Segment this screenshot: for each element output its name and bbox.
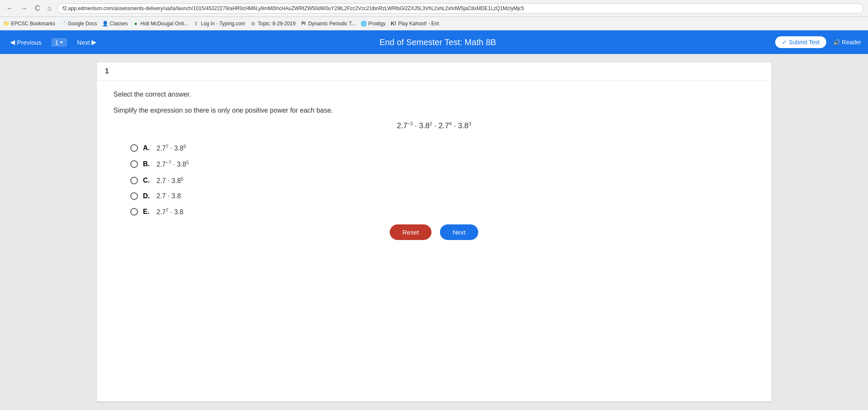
bookmark-kahoot[interactable]: K! Play Kahoot! - Ent xyxy=(391,21,439,27)
question-text: Simplify the expression so there is only… xyxy=(113,107,755,114)
answer-label-c: C. xyxy=(143,177,151,184)
question-number: 1 xyxy=(105,67,109,75)
bookmark-label: Google Docs xyxy=(68,21,97,27)
answer-label-e: E. xyxy=(143,208,151,216)
math-expression: 2.7−3 · 3.82 · 2.74 · 3.83 xyxy=(113,121,755,130)
gdocs-icon: 📄 xyxy=(60,21,66,27)
bookmark-label: Classes xyxy=(110,21,128,27)
chevron-down-icon: ▼ xyxy=(59,40,64,45)
browser-bar: ← → C ⌂ f2.app.edmentum.com/assessments-… xyxy=(0,0,868,17)
next-button-bottom[interactable]: Next xyxy=(440,224,478,240)
bookmark-holt[interactable]: ● Holt McDougal Onli... xyxy=(133,21,188,27)
answer-option-d[interactable]: D. 2.7 · 3.8 xyxy=(130,192,755,200)
radio-d[interactable] xyxy=(130,192,138,200)
question-body: Select the correct answer. Simplify the … xyxy=(97,81,771,265)
back-button[interactable]: ← xyxy=(4,4,15,13)
holt-icon: ● xyxy=(133,21,139,27)
answer-option-a[interactable]: A. 2.77 · 3.85 xyxy=(130,144,755,152)
submit-label: Submit Test xyxy=(789,39,819,46)
radio-b[interactable] xyxy=(130,160,138,168)
answer-option-e[interactable]: E. 2.77 · 3.8 xyxy=(130,208,755,216)
submit-test-button[interactable]: ✓ Submit Test xyxy=(775,36,826,48)
answers-list: A. 2.77 · 3.85 B. 2.7−7 · 3.85 C. 2.7 · … xyxy=(130,144,755,216)
answer-math-d: 2.7 · 3.8 xyxy=(156,192,181,200)
next-icon: ▶ xyxy=(92,38,97,46)
bookmark-typing[interactable]: t Log In - Typing.com xyxy=(193,21,245,27)
reader-icon: 🔊 xyxy=(833,39,840,46)
next-label-header: Next xyxy=(77,39,90,46)
question-number-selector[interactable]: 1 ▼ xyxy=(51,38,67,47)
question-number-bar: 1 xyxy=(97,62,771,81)
answer-option-b[interactable]: B. 2.7−7 · 3.85 xyxy=(130,160,755,168)
radio-c[interactable] xyxy=(130,177,138,184)
bookmark-periodic[interactable]: Pt Dynamic Periodic T... xyxy=(301,21,356,27)
prodigy-icon: 🌐 xyxy=(361,21,367,27)
answer-math-a: 2.77 · 3.85 xyxy=(156,144,186,152)
bookmark-epcsc[interactable]: 📁 EPCSC Bookmarks xyxy=(3,21,55,27)
topic-icon: ⊙ xyxy=(250,21,256,27)
answer-math-b: 2.7−7 · 3.85 xyxy=(156,160,189,168)
periodic-icon: Pt xyxy=(301,21,307,27)
test-title: End of Semester Test: Math 8B xyxy=(107,38,768,47)
previous-icon: ◀ xyxy=(10,38,15,46)
typing-icon: t xyxy=(193,21,199,27)
reader-button[interactable]: 🔊 Reader xyxy=(833,39,861,46)
question-card: 1 Select the correct answer. Simplify th… xyxy=(97,62,771,402)
bookmark-label: EPCSC Bookmarks xyxy=(11,21,55,27)
classes-icon: 👤 xyxy=(102,21,108,27)
bookmark-prodigy[interactable]: 🌐 Prodigy xyxy=(361,21,385,27)
bookmark-label: Topic: 8-29-2019 xyxy=(258,21,295,27)
bookmark-classes[interactable]: 👤 Classes xyxy=(102,21,128,27)
answer-math-c: 2.7 · 3.85 xyxy=(156,176,183,185)
main-content: 1 Select the correct answer. Simplify th… xyxy=(0,54,868,410)
answer-option-c[interactable]: C. 2.7 · 3.85 xyxy=(130,176,755,185)
radio-a[interactable] xyxy=(130,144,138,152)
folder-icon: 📁 xyxy=(3,21,9,27)
kahoot-icon: K! xyxy=(391,21,396,27)
radio-e[interactable] xyxy=(130,208,138,216)
answer-label-d: D. xyxy=(143,192,151,200)
bookmarks-bar: 📁 EPCSC Bookmarks 📄 Google Docs 👤 Classe… xyxy=(0,17,868,30)
address-bar[interactable]: f2.app.edmentum.com/assessments-delivery… xyxy=(57,3,864,13)
answer-label-a: A. xyxy=(143,144,151,152)
bookmark-label: Log In - Typing.com xyxy=(201,21,245,27)
answer-label-b: B. xyxy=(143,160,151,168)
question-navigator: 1 ▼ xyxy=(51,38,67,47)
bookmark-label: Dynamic Periodic T... xyxy=(308,21,356,27)
app-header: ◀ Previous 1 ▼ Next ▶ End of Semester Te… xyxy=(0,30,868,54)
bookmark-gdocs[interactable]: 📄 Google Docs xyxy=(60,21,97,27)
answer-math-e: 2.77 · 3.8 xyxy=(156,208,183,216)
home-button[interactable]: ⌂ xyxy=(46,4,54,13)
next-button-header[interactable]: Next ▶ xyxy=(74,37,100,48)
bookmark-label: Prodigy xyxy=(368,21,385,27)
bottom-buttons: Reset Next xyxy=(113,216,755,248)
previous-label: Previous xyxy=(17,39,41,46)
reset-button[interactable]: Reset xyxy=(390,224,431,240)
checkmark-icon: ✓ xyxy=(782,39,787,46)
bookmark-label: Holt McDougal Onli... xyxy=(140,21,188,27)
previous-button[interactable]: ◀ Previous xyxy=(7,37,45,48)
refresh-button[interactable]: C xyxy=(33,4,42,13)
bookmark-label: Play Kahoot! - Ent xyxy=(398,21,439,27)
instruction-text: Select the correct answer. xyxy=(113,91,755,98)
reader-label: Reader xyxy=(842,39,861,46)
bookmark-topic[interactable]: ⊙ Topic: 8-29-2019 xyxy=(250,21,295,27)
question-number-display: 1 xyxy=(55,39,58,46)
forward-button[interactable]: → xyxy=(19,4,30,13)
